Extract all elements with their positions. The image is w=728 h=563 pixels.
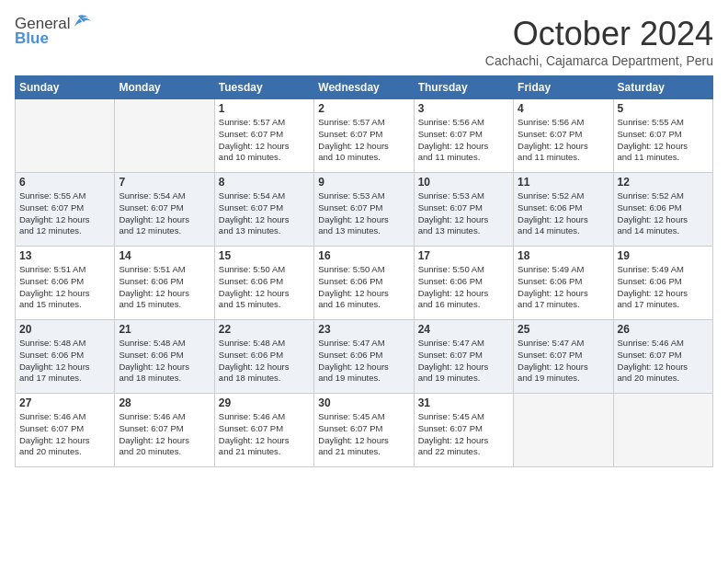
- day-info: Sunrise: 5:56 AM Sunset: 6:07 PM Dayligh…: [518, 117, 609, 164]
- calendar-day-cell: 26Sunrise: 5:46 AM Sunset: 6:07 PM Dayli…: [613, 320, 712, 394]
- weekday-header-thursday: Thursday: [414, 76, 513, 99]
- calendar-week-row: 20Sunrise: 5:48 AM Sunset: 6:06 PM Dayli…: [16, 320, 713, 394]
- calendar-day-cell: 9Sunrise: 5:53 AM Sunset: 6:07 PM Daylig…: [314, 173, 414, 247]
- calendar-day-cell: 29Sunrise: 5:46 AM Sunset: 6:07 PM Dayli…: [214, 394, 313, 467]
- calendar-day-cell: 12Sunrise: 5:52 AM Sunset: 6:06 PM Dayli…: [613, 173, 712, 247]
- day-number: 27: [19, 396, 110, 409]
- calendar-day-cell: 6Sunrise: 5:55 AM Sunset: 6:07 PM Daylig…: [16, 173, 115, 247]
- weekday-header-friday: Friday: [514, 76, 613, 99]
- day-number: 25: [518, 323, 609, 336]
- day-number: 28: [119, 396, 210, 409]
- day-number: 7: [119, 176, 210, 189]
- calendar-week-row: 27Sunrise: 5:46 AM Sunset: 6:07 PM Dayli…: [16, 394, 713, 467]
- day-info: Sunrise: 5:51 AM Sunset: 6:06 PM Dayligh…: [119, 264, 210, 311]
- empty-day-cell: [115, 99, 214, 173]
- calendar-day-cell: 5Sunrise: 5:55 AM Sunset: 6:07 PM Daylig…: [613, 99, 712, 173]
- calendar-day-cell: 13Sunrise: 5:51 AM Sunset: 6:06 PM Dayli…: [16, 247, 115, 320]
- day-info: Sunrise: 5:46 AM Sunset: 6:07 PM Dayligh…: [618, 338, 709, 385]
- day-number: 3: [418, 102, 509, 115]
- empty-day-cell: [613, 394, 712, 467]
- logo: General Blue: [15, 15, 91, 48]
- calendar-day-cell: 3Sunrise: 5:56 AM Sunset: 6:07 PM Daylig…: [414, 99, 513, 173]
- day-number: 4: [518, 102, 609, 115]
- day-number: 13: [19, 249, 110, 262]
- day-number: 18: [518, 249, 609, 262]
- day-number: 5: [618, 102, 709, 115]
- day-number: 29: [219, 396, 310, 409]
- day-info: Sunrise: 5:49 AM Sunset: 6:06 PM Dayligh…: [518, 264, 609, 311]
- calendar-day-cell: 18Sunrise: 5:49 AM Sunset: 6:06 PM Dayli…: [514, 247, 613, 320]
- calendar-day-cell: 4Sunrise: 5:56 AM Sunset: 6:07 PM Daylig…: [514, 99, 613, 173]
- day-info: Sunrise: 5:47 AM Sunset: 6:07 PM Dayligh…: [518, 338, 609, 385]
- weekday-header-monday: Monday: [115, 76, 214, 99]
- day-info: Sunrise: 5:48 AM Sunset: 6:06 PM Dayligh…: [219, 338, 310, 385]
- title-area: October 2024 Cachachi, Cajamarca Departm…: [485, 15, 713, 68]
- day-info: Sunrise: 5:53 AM Sunset: 6:07 PM Dayligh…: [318, 190, 409, 237]
- month-title: October 2024: [485, 15, 713, 53]
- day-number: 14: [119, 249, 210, 262]
- calendar-day-cell: 7Sunrise: 5:54 AM Sunset: 6:07 PM Daylig…: [115, 173, 214, 247]
- calendar-day-cell: 11Sunrise: 5:52 AM Sunset: 6:06 PM Dayli…: [514, 173, 613, 247]
- calendar-day-cell: 19Sunrise: 5:49 AM Sunset: 6:06 PM Dayli…: [613, 247, 712, 320]
- day-info: Sunrise: 5:46 AM Sunset: 6:07 PM Dayligh…: [119, 411, 210, 458]
- empty-day-cell: [16, 99, 115, 173]
- day-info: Sunrise: 5:52 AM Sunset: 6:06 PM Dayligh…: [518, 190, 609, 237]
- calendar-day-cell: 22Sunrise: 5:48 AM Sunset: 6:06 PM Dayli…: [214, 320, 313, 394]
- calendar-day-cell: 28Sunrise: 5:46 AM Sunset: 6:07 PM Dayli…: [115, 394, 214, 467]
- location-title: Cachachi, Cajamarca Department, Peru: [485, 53, 713, 68]
- day-info: Sunrise: 5:47 AM Sunset: 6:06 PM Dayligh…: [318, 338, 409, 385]
- day-info: Sunrise: 5:47 AM Sunset: 6:07 PM Dayligh…: [418, 338, 509, 385]
- page-header: General Blue October 2024 Cachachi, Caja…: [15, 15, 713, 68]
- day-info: Sunrise: 5:57 AM Sunset: 6:07 PM Dayligh…: [318, 117, 409, 164]
- day-number: 8: [219, 176, 310, 189]
- day-number: 2: [318, 102, 409, 115]
- day-info: Sunrise: 5:50 AM Sunset: 6:06 PM Dayligh…: [219, 264, 310, 311]
- day-number: 15: [219, 249, 310, 262]
- day-info: Sunrise: 5:52 AM Sunset: 6:06 PM Dayligh…: [618, 190, 709, 237]
- day-info: Sunrise: 5:57 AM Sunset: 6:07 PM Dayligh…: [219, 117, 310, 164]
- day-info: Sunrise: 5:54 AM Sunset: 6:07 PM Dayligh…: [119, 190, 210, 237]
- weekday-header-tuesday: Tuesday: [214, 76, 313, 99]
- weekday-header-sunday: Sunday: [16, 76, 115, 99]
- day-number: 22: [219, 323, 310, 336]
- calendar-day-cell: 14Sunrise: 5:51 AM Sunset: 6:06 PM Dayli…: [115, 247, 214, 320]
- day-number: 16: [318, 249, 409, 262]
- calendar-week-row: 13Sunrise: 5:51 AM Sunset: 6:06 PM Dayli…: [16, 247, 713, 320]
- day-number: 31: [418, 396, 509, 409]
- calendar-day-cell: 20Sunrise: 5:48 AM Sunset: 6:06 PM Dayli…: [16, 320, 115, 394]
- day-number: 11: [518, 176, 609, 189]
- weekday-header-saturday: Saturday: [613, 76, 712, 99]
- day-info: Sunrise: 5:46 AM Sunset: 6:07 PM Dayligh…: [219, 411, 310, 458]
- weekday-header-row: SundayMondayTuesdayWednesdayThursdayFrid…: [16, 76, 713, 99]
- calendar-week-row: 6Sunrise: 5:55 AM Sunset: 6:07 PM Daylig…: [16, 173, 713, 247]
- day-info: Sunrise: 5:45 AM Sunset: 6:07 PM Dayligh…: [318, 411, 409, 458]
- day-info: Sunrise: 5:51 AM Sunset: 6:06 PM Dayligh…: [19, 264, 110, 311]
- calendar-day-cell: 24Sunrise: 5:47 AM Sunset: 6:07 PM Dayli…: [414, 320, 513, 394]
- weekday-header-wednesday: Wednesday: [314, 76, 414, 99]
- day-number: 23: [318, 323, 409, 336]
- calendar-day-cell: 31Sunrise: 5:45 AM Sunset: 6:07 PM Dayli…: [414, 394, 513, 467]
- day-number: 12: [618, 176, 709, 189]
- calendar-week-row: 1Sunrise: 5:57 AM Sunset: 6:07 PM Daylig…: [16, 99, 713, 173]
- calendar-day-cell: 25Sunrise: 5:47 AM Sunset: 6:07 PM Dayli…: [514, 320, 613, 394]
- day-number: 30: [318, 396, 409, 409]
- day-number: 1: [219, 102, 310, 115]
- day-info: Sunrise: 5:53 AM Sunset: 6:07 PM Dayligh…: [418, 190, 509, 237]
- logo-blue-text: Blue: [15, 29, 49, 48]
- day-number: 6: [19, 176, 110, 189]
- calendar-day-cell: 8Sunrise: 5:54 AM Sunset: 6:07 PM Daylig…: [214, 173, 313, 247]
- day-number: 9: [318, 176, 409, 189]
- day-info: Sunrise: 5:46 AM Sunset: 6:07 PM Dayligh…: [19, 411, 110, 458]
- calendar-day-cell: 10Sunrise: 5:53 AM Sunset: 6:07 PM Dayli…: [414, 173, 513, 247]
- day-info: Sunrise: 5:50 AM Sunset: 6:06 PM Dayligh…: [418, 264, 509, 311]
- day-number: 20: [19, 323, 110, 336]
- day-info: Sunrise: 5:55 AM Sunset: 6:07 PM Dayligh…: [618, 117, 709, 164]
- day-number: 17: [418, 249, 509, 262]
- calendar-day-cell: 2Sunrise: 5:57 AM Sunset: 6:07 PM Daylig…: [314, 99, 414, 173]
- day-info: Sunrise: 5:55 AM Sunset: 6:07 PM Dayligh…: [19, 190, 110, 237]
- day-info: Sunrise: 5:48 AM Sunset: 6:06 PM Dayligh…: [119, 338, 210, 385]
- day-number: 10: [418, 176, 509, 189]
- day-number: 24: [418, 323, 509, 336]
- day-number: 19: [618, 249, 709, 262]
- day-number: 26: [618, 323, 709, 336]
